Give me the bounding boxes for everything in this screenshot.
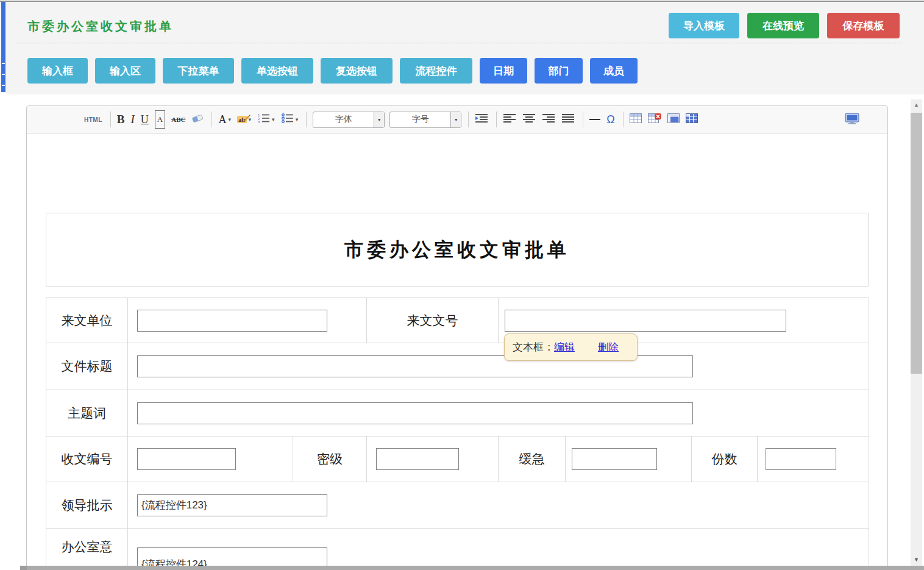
copies-input[interactable] [766,448,836,470]
widget-checkbox-button[interactable]: 复选按钮 [321,58,393,84]
align-center-icon [522,113,536,126]
subject-input[interactable] [137,402,693,424]
cell-properties-button[interactable] [686,110,698,129]
bullet-list-button[interactable]: ▾ [281,110,299,129]
widget-flow-control-button[interactable]: 流程控件 [400,58,472,84]
widget-dropdown-button[interactable]: 下拉菜单 [163,58,234,84]
horizontal-scrollbar[interactable] [27,566,924,570]
urgency-label: 缓急 [499,436,566,482]
chevron-down-icon: ▾ [228,116,231,123]
scrollbar-thumb[interactable] [911,113,922,374]
table-row: 收文编号 密级 缓急 份数 [46,436,869,482]
align-center-button[interactable] [522,110,536,129]
underline-button[interactable]: U [141,110,149,129]
align-left-button[interactable] [503,110,516,129]
widget-date-button[interactable]: 日期 [480,58,527,84]
font-family-select[interactable]: 字体 ▾ [313,112,385,128]
subject-label: 主题词 [46,390,128,436]
doc-title-label: 文件标题 [46,343,128,390]
template-actions: 导入模板 在线预览 保存模板 [669,13,900,38]
edit-field-link[interactable]: 编辑 [554,340,575,354]
widget-textarea-button[interactable]: 输入区 [95,58,155,84]
document-title: 市委办公室收文审批单 [46,213,869,287]
horizontal-rule-icon [589,119,600,120]
align-right-icon [542,113,555,126]
align-right-button[interactable] [542,110,555,129]
justify-icon [561,113,575,126]
eraser-icon [191,113,204,126]
toolbar-separator [110,112,111,127]
font-style-button[interactable]: A [155,110,165,129]
toolbar-separator [623,112,624,127]
horizontal-rule-button[interactable] [589,110,600,129]
delete-field-link[interactable]: 删除 [598,340,619,354]
chevron-down-icon: ▾ [296,116,299,123]
cell-properties-icon [686,113,698,126]
header-divider [17,43,902,43]
clipped-sidebar-edge [1,2,5,92]
delete-table-button[interactable] [648,110,661,129]
chevron-down-icon: ▾ [272,116,275,123]
table-row: 领导批示 [46,482,869,529]
insert-table-button[interactable] [630,110,642,129]
field-action-tooltip: 文本框： 编辑 删除 [504,333,638,361]
receive-number-input[interactable] [137,448,236,470]
ordered-list-button[interactable]: 123 ▾ [257,110,275,129]
font-color-icon: A [218,113,226,126]
strikethrough-button[interactable]: ABC [171,110,185,129]
table-row: 来文单位 来文文号 [46,298,869,343]
doc-number-label: 来文文号 [367,298,499,343]
secrecy-label: 密级 [293,436,367,482]
bold-button[interactable]: B [117,110,125,129]
widget-member-button[interactable]: 成员 [590,58,638,84]
widget-radio-button[interactable]: 单选按钮 [241,58,313,84]
scroll-up-icon[interactable]: ▲ [911,99,922,110]
widget-department-button[interactable]: 部门 [535,58,583,84]
source-code-button[interactable]: HTML [84,110,102,129]
remove-format-button[interactable] [191,110,204,129]
table-properties-icon [667,113,680,126]
source-unit-input[interactable] [137,310,327,332]
doc-number-input[interactable] [505,310,786,332]
clipped-glyph [2,63,5,64]
save-template-button[interactable]: 保存模板 [827,13,900,38]
delete-table-icon [648,113,661,126]
import-template-button[interactable]: 导入模板 [669,13,739,38]
toolbar-separator [468,112,469,127]
bullet-list-icon [281,113,294,126]
leader-remarks-input[interactable] [137,494,327,516]
horizontal-scrollbar-cap [20,566,27,570]
svg-text:3: 3 [258,120,260,124]
font-size-value: 字号 [390,112,450,127]
clipped-glyph [2,74,5,75]
online-preview-button[interactable]: 在线预览 [747,13,819,38]
font-size-select[interactable]: 字号 ▾ [389,112,461,128]
source-unit-label: 来文单位 [46,298,128,343]
approval-form-table: 来文单位 来文文号 文件标题 主题词 收文编号 密级 缓急 份数 领导批示 办公… [46,297,869,570]
chevron-down-icon: ▾ [374,112,384,127]
highlight-color-button[interactable]: ab ▾ [237,110,251,129]
toolbar-separator [211,112,212,127]
table-row: 文件标题 [46,343,869,390]
table-row: 主题词 [46,390,869,436]
urgency-input[interactable] [572,448,657,470]
italic-button[interactable]: I [130,110,134,129]
font-family-value: 字体 [313,112,374,127]
copies-label: 份数 [692,436,758,482]
highlight-icon: ab [237,116,247,123]
indent-icon [475,113,488,126]
secrecy-input[interactable] [376,448,459,470]
special-char-button[interactable]: Ω [606,110,614,129]
justify-button[interactable] [561,110,575,129]
scroll-down-icon[interactable]: ▼ [911,554,922,565]
table-properties-button[interactable] [667,110,680,129]
align-left-icon [503,113,516,126]
indent-button[interactable] [475,110,488,129]
vertical-scrollbar[interactable]: ▲ ▼ [911,99,922,566]
fullscreen-button[interactable] [845,110,859,129]
tooltip-label: 文本框： [513,340,554,354]
font-color-button[interactable]: A ▾ [218,110,231,129]
monitor-icon [845,113,859,127]
widget-input-box-button[interactable]: 输入框 [27,58,88,84]
table-row: 办公室意 [46,529,869,570]
